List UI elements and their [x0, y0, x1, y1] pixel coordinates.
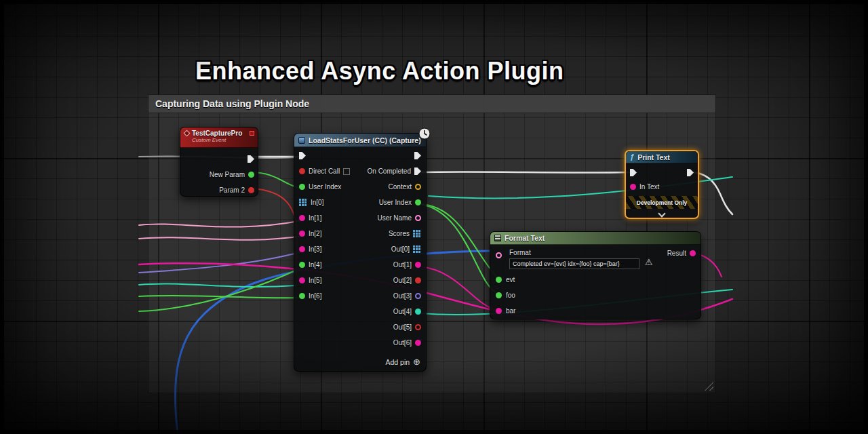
bar-pin[interactable] — [496, 308, 502, 314]
context-pin[interactable] — [415, 184, 421, 190]
node-header-print-text[interactable]: ƒ Print Text — [626, 151, 698, 163]
pin-label: New Param — [210, 171, 245, 178]
exec-in-pin[interactable] — [299, 152, 306, 159]
pin-label: evt — [506, 276, 515, 283]
in3-pin[interactable] — [299, 246, 305, 252]
out5-pin[interactable] — [415, 324, 421, 330]
node-subtitle: Custom Event — [192, 137, 254, 143]
on-completed-exec-pin[interactable] — [414, 167, 421, 175]
blueprint-graph-canvas[interactable]: Capturing Data using Plugin Node — [0, 0, 868, 434]
in1-pin[interactable] — [299, 215, 305, 221]
pin-label: User Index — [309, 183, 341, 191]
out0-array-pin[interactable] — [413, 245, 415, 248]
node-title: TestCapturePro — [192, 130, 242, 137]
in2-pin[interactable] — [299, 231, 305, 237]
pin-label: In[2] — [309, 230, 321, 237]
pin-row: Out[2] — [368, 273, 426, 288]
pin-row: In[3] — [294, 241, 350, 257]
out3-pin[interactable] — [415, 293, 421, 299]
pin-label: Out[6] — [393, 339, 412, 347]
in6-pin[interactable] — [299, 293, 305, 299]
node-header-test-capture-pro[interactable]: TestCapturePro Custom Event — [180, 127, 258, 148]
pin-label: In[1] — [309, 214, 321, 222]
exec-out-pin[interactable] — [248, 155, 254, 163]
pin-row: In[6] — [294, 288, 350, 304]
pin-label: User Name — [377, 214, 412, 222]
node-title: Format Text — [505, 234, 545, 242]
node-format-text[interactable]: Format Text Format ⚠ Result evt foo bar — [490, 231, 701, 319]
pin-label: Out[0] — [391, 245, 410, 253]
pin-row: In[4] — [294, 257, 350, 273]
pin-row: In[5] — [294, 273, 350, 288]
comment-box-title: Capturing Data using Plugin Node — [155, 98, 309, 109]
chevron-down-icon[interactable] — [658, 210, 665, 217]
pin-row: On Completed — [368, 163, 426, 179]
pin-label: In[4] — [309, 261, 321, 269]
event-flag-icon — [250, 131, 254, 136]
pin-label: Out[5] — [393, 323, 412, 331]
result-pin[interactable] — [690, 250, 696, 256]
pin-row: In[1] — [294, 210, 350, 226]
evt-pin[interactable] — [496, 277, 502, 283]
node-title: LoadStatsForUser (CC) (Capture) — [309, 136, 421, 144]
out4-pin[interactable] — [415, 309, 421, 315]
pin-row — [180, 151, 258, 167]
foo-pin[interactable] — [496, 292, 502, 298]
user-index-out-pin[interactable] — [415, 199, 421, 205]
node-print-text[interactable]: ƒ Print Text In Text Development Only — [625, 150, 699, 219]
in5-pin[interactable] — [299, 277, 305, 283]
pin-label: Param 2 — [219, 186, 245, 194]
development-only-label: Development Only — [637, 199, 688, 206]
custom-event-icon — [184, 130, 191, 137]
add-pin-label: Add pin — [385, 358, 410, 366]
format-text-input[interactable] — [509, 258, 639, 269]
in-text-pin[interactable] — [630, 184, 636, 190]
exec-out-pin[interactable] — [687, 169, 694, 176]
pin-label: bar — [506, 307, 515, 315]
pin-row — [368, 148, 426, 163]
pin-row: User Index — [294, 179, 350, 195]
pin-label: Context — [389, 183, 412, 191]
node-header-format-text[interactable]: Format Text — [490, 232, 701, 245]
text-node-icon — [494, 235, 501, 241]
scores-array-pin[interactable] — [413, 230, 415, 232]
pin-label: Direct Call — [309, 167, 340, 175]
comment-box-header[interactable]: Capturing Data using Plugin Node — [149, 95, 715, 113]
pin-row: Out[4] — [368, 304, 426, 319]
exec-in-pin[interactable] — [630, 169, 637, 176]
pin-label: On Completed — [368, 167, 411, 175]
out2-pin[interactable] — [415, 277, 421, 283]
circle-plus-icon: ⊕ — [413, 357, 420, 366]
pin-row: bar — [496, 303, 515, 319]
comment-resize-grip[interactable] — [705, 382, 713, 391]
direct-call-pin[interactable] — [299, 168, 305, 174]
pin-row: New Param — [180, 167, 258, 182]
warning-triangle-icon: ⚠ — [645, 257, 653, 267]
pin-row: Out[0] — [368, 241, 426, 257]
direct-call-checkbox[interactable] — [343, 168, 350, 175]
pin-row: evt — [496, 272, 515, 288]
pin-row — [626, 165, 698, 180]
format-pin[interactable] — [496, 252, 502, 258]
add-pin-button[interactable]: Add pin ⊕ — [385, 357, 420, 366]
param2-pin[interactable] — [248, 187, 254, 193]
in0-array-pin[interactable] — [299, 199, 301, 201]
in4-pin[interactable] — [299, 262, 305, 268]
user-name-pin[interactable] — [415, 215, 421, 221]
pin-row: User Name — [368, 210, 426, 226]
exec-out-pin[interactable] — [414, 152, 421, 159]
user-index-in-pin[interactable] — [299, 184, 305, 190]
node-test-capture-pro[interactable]: TestCapturePro Custom Event New Param Pa… — [180, 127, 258, 197]
out1-pin[interactable] — [415, 262, 421, 268]
pin-row: Context — [368, 179, 426, 195]
pin-row: Out[5] — [368, 319, 426, 335]
new-param-pin[interactable] — [248, 172, 254, 178]
pin-row — [294, 148, 350, 163]
pin-label: Out[3] — [393, 292, 412, 300]
pin-label: Scores — [389, 230, 410, 237]
out6-pin[interactable] — [415, 340, 421, 346]
pin-row: Out[6] — [368, 335, 426, 351]
node-load-stats-for-user[interactable]: LoadStatsForUser (CC) (Capture) Direct C… — [294, 133, 427, 372]
async-node-icon — [298, 137, 305, 144]
node-header-load-stats[interactable]: LoadStatsForUser (CC) (Capture) — [294, 134, 426, 147]
